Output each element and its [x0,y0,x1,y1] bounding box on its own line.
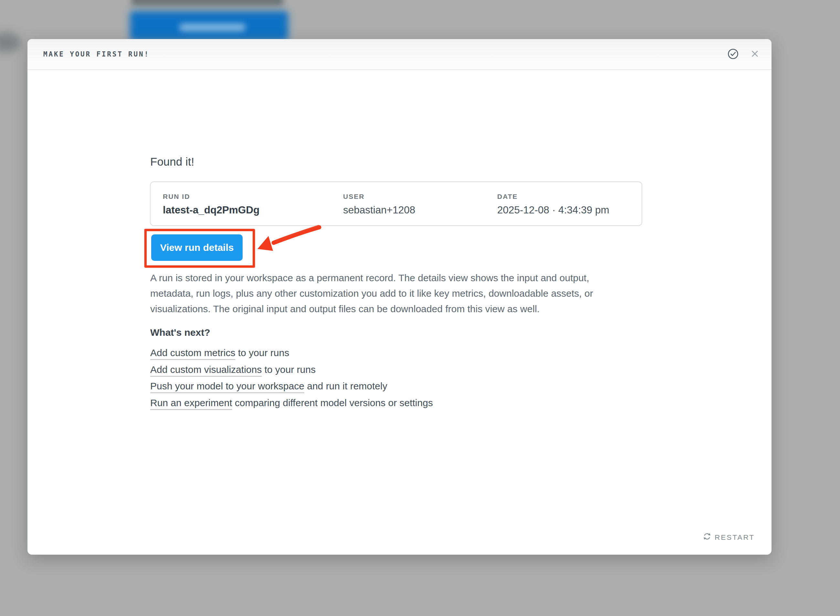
run-id-column: RUN ID latest-a_dq2PmGDg [163,193,259,216]
user-column: USER sebastian+1208 [343,193,415,216]
view-run-details-button[interactable]: View run details [151,235,243,261]
next-step-link-experiment[interactable]: Run an experiment [150,397,232,408]
found-it-heading: Found it! [150,155,194,168]
next-step-text: to your runs [235,348,289,358]
modal-header-actions [727,48,760,61]
blurred-background-sidebar-item [0,32,21,52]
run-id-value: latest-a_dq2PmGDg [163,204,259,216]
date-label: DATE [497,193,609,201]
restart-button[interactable]: RESTART [701,532,757,543]
view-run-details-label: View run details [160,242,234,253]
user-label: USER [343,193,415,201]
blurred-background-text [131,0,283,6]
restart-icon [703,532,711,543]
whats-next-heading: What's next? [150,327,210,338]
close-button[interactable] [750,49,760,60]
blurred-background-button-label [179,23,246,32]
red-arrow-icon [250,220,325,257]
next-step-text: and run it remotely [305,381,387,391]
date-value: 2025-12-08 · 4:34:39 pm [497,204,609,216]
next-step-item: Push your model to your workspace and ru… [150,378,433,395]
run-id-label: RUN ID [163,193,259,201]
next-step-item: Add custom metrics to your runs [150,345,433,361]
next-step-link-metrics[interactable]: Add custom metrics [150,348,235,358]
next-step-text: comparing different model versions or se… [232,397,433,408]
date-column: DATE 2025-12-08 · 4:34:39 pm [497,193,609,216]
mark-complete-button[interactable] [727,48,739,61]
modal-header: MAKE YOUR FIRST RUN! [28,39,771,70]
close-icon [750,49,760,60]
screen: MAKE YOUR FIRST RUN! [0,0,840,616]
restart-label: RESTART [715,533,755,542]
next-step-text: to your runs [262,364,316,375]
modal-title: MAKE YOUR FIRST RUN! [43,50,150,58]
next-step-link-visualizations[interactable]: Add custom visualizations [150,364,262,375]
whats-next-list: Add custom metrics to your runs Add cust… [150,345,433,411]
check-circle-icon [727,48,739,61]
run-info-card: RUN ID latest-a_dq2PmGDg USER sebastian+… [150,182,642,226]
next-step-item: Run an experiment comparing different mo… [150,395,433,411]
onboarding-modal: MAKE YOUR FIRST RUN! [28,39,771,554]
user-value: sebastian+1208 [343,204,415,216]
next-step-link-push-model[interactable]: Push your model to your workspace [150,381,305,391]
run-description-text: A run is stored in your workspace as a p… [150,270,635,317]
next-step-item: Add custom visualizations to your runs [150,361,433,378]
